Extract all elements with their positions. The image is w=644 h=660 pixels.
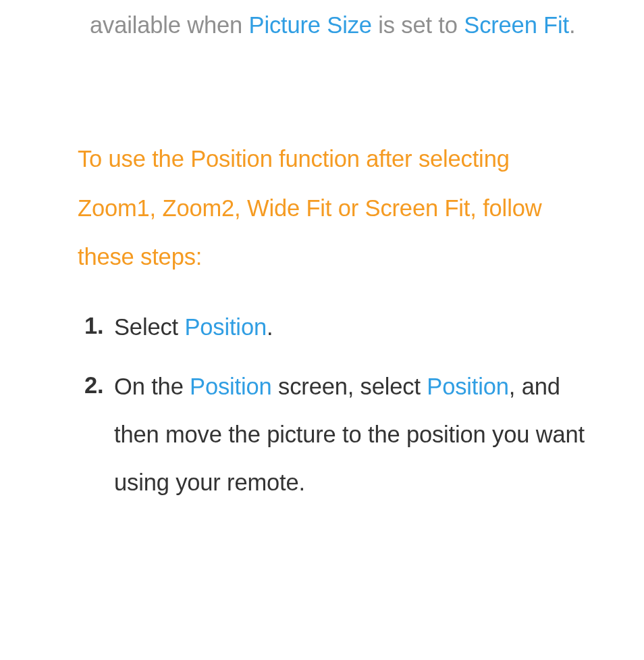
text-fragment: available when (90, 12, 249, 38)
document-page: available when Picture Size is set to Sc… (0, 0, 644, 506)
link-picture-size: Picture Size (249, 12, 372, 38)
paragraph-instruction-heading: To use the Position function after selec… (78, 48, 603, 281)
text-fragment: . (569, 12, 575, 38)
list-item: 1.Select Position. (84, 303, 603, 351)
list-item-number: 2. (84, 363, 114, 408)
link-position: Position (184, 314, 267, 340)
ordered-list: 1.Select Position.2.On the Position scre… (78, 282, 603, 507)
link-screen-fit: Screen Fit (464, 12, 569, 38)
list-item-body: Select Position. (114, 303, 603, 351)
heading-text: To use the Position function after selec… (78, 146, 541, 270)
text-fragment: Select (114, 314, 184, 340)
text-fragment: is set to (372, 12, 464, 38)
list-item: 2.On the Position screen, select Positio… (84, 363, 603, 506)
list-item-body: On the Position screen, select Position,… (114, 363, 603, 506)
paragraph-intro: available when Picture Size is set to Sc… (78, 0, 603, 48)
list-item-number: 1. (84, 303, 114, 349)
text-fragment: On the (114, 374, 190, 399)
link-position: Position (190, 374, 272, 399)
text-fragment: . (267, 314, 273, 340)
link-position: Position (427, 374, 509, 399)
text-fragment: screen, select (272, 374, 427, 399)
